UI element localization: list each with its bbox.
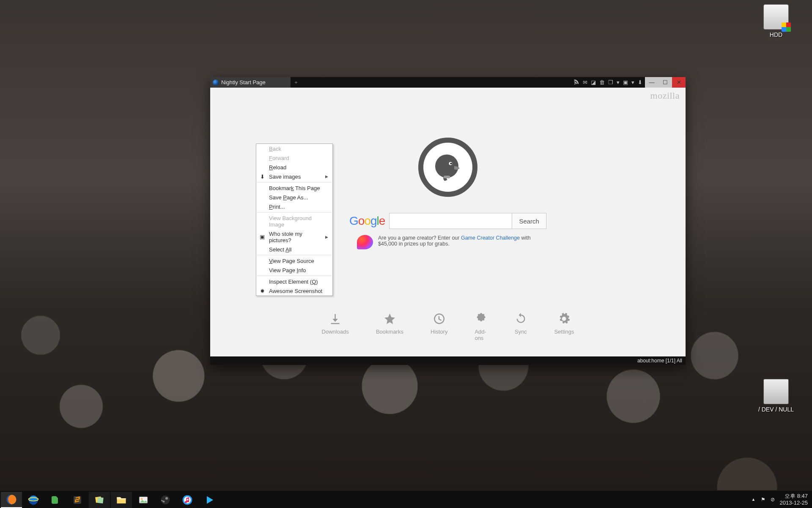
svg-rect-3 bbox=[444, 176, 450, 178]
promo-link[interactable]: Game Creator Challenge bbox=[461, 235, 520, 241]
context-view-source[interactable]: View Page Source bbox=[256, 256, 332, 265]
taskbar: ▲ ⚑ ⊘ 오후 8:47 2013-12-25 bbox=[0, 490, 812, 508]
sync-icon bbox=[514, 312, 527, 325]
hdd-icon bbox=[763, 4, 789, 30]
browser-tab[interactable]: Nightly Start Page bbox=[210, 77, 291, 88]
taskbar-sublime[interactable] bbox=[67, 492, 88, 508]
chevron-right-icon: ▶ bbox=[325, 174, 328, 179]
taskbar-explorer[interactable] bbox=[111, 492, 132, 508]
window-minimize-button[interactable]: — bbox=[645, 77, 658, 88]
context-forward: Forward bbox=[256, 153, 332, 163]
taskbar-media[interactable] bbox=[199, 492, 220, 508]
launcher-settings[interactable]: Settings bbox=[554, 312, 574, 341]
internet-explorer-icon bbox=[28, 494, 39, 505]
taskbar-firefox[interactable] bbox=[1, 492, 22, 508]
launcher-sync[interactable]: Sync bbox=[514, 312, 527, 341]
duplicate-icon[interactable]: ❐ bbox=[608, 79, 613, 86]
dropdown-icon[interactable]: ▾ bbox=[617, 79, 620, 86]
desktop-icon-hdd[interactable]: HDD bbox=[757, 4, 795, 38]
launcher-addons[interactable]: Add-ons bbox=[475, 312, 487, 341]
launcher-history[interactable]: History bbox=[431, 312, 447, 341]
window-maximize-button[interactable]: ☐ bbox=[658, 77, 672, 88]
launcher-downloads[interactable]: Downloads bbox=[322, 312, 349, 341]
desktop-icon-recycle[interactable]: / DEV / NULL bbox=[757, 379, 795, 413]
context-select-all[interactable]: Select All bbox=[256, 245, 332, 254]
download-icon bbox=[329, 312, 342, 325]
separator bbox=[257, 255, 332, 255]
search-button[interactable]: Search bbox=[512, 213, 546, 229]
svg-point-0 bbox=[435, 155, 458, 178]
context-reload[interactable]: Reload bbox=[256, 163, 332, 172]
new-tab-button[interactable]: + bbox=[291, 77, 302, 88]
steam-icon bbox=[160, 495, 170, 505]
svg-point-16 bbox=[184, 496, 191, 503]
shield-icon[interactable]: ◪ bbox=[591, 79, 596, 86]
taskbar-ie[interactable] bbox=[23, 492, 44, 508]
sticky-notes-icon bbox=[94, 495, 104, 505]
clock-icon bbox=[433, 312, 445, 325]
recycle-icon bbox=[763, 379, 789, 404]
image-icon[interactable]: ▣ bbox=[623, 79, 628, 86]
duckduckgo-logo bbox=[418, 138, 477, 197]
context-bookmark-page[interactable]: Bookmark This Page bbox=[256, 183, 332, 193]
folder-icon bbox=[116, 494, 127, 505]
desktop-icon-label: / DEV / NULL bbox=[758, 406, 794, 413]
svg-point-2 bbox=[450, 163, 452, 164]
svg-point-12 bbox=[161, 495, 170, 504]
pictures-icon: ▣ bbox=[259, 234, 266, 240]
svg-point-13 bbox=[165, 497, 168, 500]
context-menu: Back Forward Reload ⬇ Save images▶ Bookm… bbox=[256, 144, 333, 296]
taskbar-itunes[interactable] bbox=[177, 492, 198, 508]
trash-icon[interactable]: 🗑 bbox=[599, 79, 605, 86]
taskbar-stickynotes[interactable] bbox=[89, 492, 110, 508]
taskbar-pictures[interactable] bbox=[133, 492, 154, 508]
itunes-icon bbox=[182, 494, 193, 505]
toolbar-icons: ✉ ◪ 🗑 ❐ ▾ ▣ ▾ ⬇ bbox=[571, 77, 645, 88]
separator bbox=[257, 276, 332, 276]
svg-point-11 bbox=[141, 498, 143, 500]
mail-icon[interactable]: ✉ bbox=[583, 79, 587, 86]
launcher-row: Downloads Bookmarks History Add-ons Sync… bbox=[322, 312, 574, 341]
tray-flag-icon[interactable]: ⚑ bbox=[761, 497, 765, 502]
context-print[interactable]: Print... bbox=[256, 202, 332, 211]
image-icon bbox=[138, 495, 148, 505]
firefox-icon bbox=[6, 494, 17, 505]
context-view-info[interactable]: View Page Info bbox=[256, 265, 332, 275]
download-icon: ⬇ bbox=[259, 173, 266, 180]
promo-text: Are you a game creator? Enter our Game C… bbox=[378, 235, 539, 249]
separator bbox=[257, 182, 332, 182]
launcher-bookmarks[interactable]: Bookmarks bbox=[376, 312, 403, 341]
search-input[interactable] bbox=[389, 213, 512, 229]
play-icon bbox=[204, 495, 214, 505]
promo-row: Are you a game creator? Enter our Game C… bbox=[357, 235, 539, 249]
tray-chevron-icon[interactable]: ▲ bbox=[752, 497, 756, 502]
brand-label: mozilla bbox=[650, 90, 680, 101]
separator bbox=[257, 212, 332, 213]
desktop-icon-label: HDD bbox=[770, 31, 782, 38]
search-row: Google Search bbox=[349, 213, 546, 229]
context-awesome-screenshot[interactable]: ✸ Awesome Screenshot bbox=[256, 286, 332, 295]
dropdown-icon[interactable]: ▾ bbox=[631, 79, 634, 86]
context-back: Back bbox=[256, 144, 332, 153]
context-save-images[interactable]: ⬇ Save images▶ bbox=[256, 172, 332, 181]
firefox-nightly-icon bbox=[213, 80, 219, 86]
window-close-button[interactable]: ✕ bbox=[672, 77, 686, 88]
rss-icon[interactable] bbox=[573, 79, 579, 86]
taskbar-evernote[interactable] bbox=[45, 492, 66, 508]
context-who-stole[interactable]: ▣ Who stole my pictures?▶ bbox=[256, 229, 332, 245]
tray-network-icon[interactable]: ⊘ bbox=[771, 497, 775, 502]
puzzle-icon bbox=[475, 312, 487, 325]
status-bar: about:home [1/1] All bbox=[210, 356, 686, 365]
chevron-right-icon: ▶ bbox=[325, 235, 328, 239]
download-icon[interactable]: ⬇ bbox=[638, 79, 642, 86]
taskbar-steam[interactable] bbox=[155, 492, 176, 508]
aperture-icon: ✸ bbox=[259, 287, 266, 294]
system-clock[interactable]: 오후 8:47 2013-12-25 bbox=[780, 493, 808, 506]
tab-bar: Nightly Start Page + ✉ ◪ 🗑 ❐ ▾ ▣ ▾ ⬇ — ☐… bbox=[210, 77, 686, 88]
context-view-bg-image: View Background Image bbox=[256, 213, 332, 229]
sublime-icon bbox=[72, 495, 82, 505]
svg-rect-9 bbox=[97, 497, 104, 503]
context-save-page-as[interactable]: Save Page As... bbox=[256, 193, 332, 202]
context-inspect-element[interactable]: Inspect Element (Q) bbox=[256, 277, 332, 286]
gear-icon bbox=[558, 312, 571, 325]
